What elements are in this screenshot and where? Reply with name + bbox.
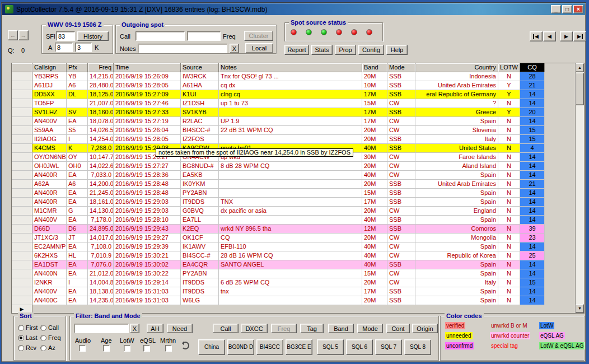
minimize-button[interactable]: _: [551, 5, 561, 13]
vertical-scrollbar[interactable]: ▲ ▼: [575, 63, 584, 313]
row-selector[interactable]: [12, 171, 32, 180]
row-selector[interactable]: [12, 207, 32, 216]
table-row[interactable]: S59AAS514,026.52016/9/19 15:26:04BI4SCC-…: [12, 126, 584, 135]
row-selector[interactable]: [12, 180, 32, 189]
table-row[interactable]: AN400NEA21,012.02016/9/19 15:30:22PY2ABN…: [12, 269, 584, 278]
table-row[interactable]: EC2AMN/PEA7,108.02016/9/19 15:29:39IK1AW…: [12, 242, 584, 251]
row-selector[interactable]: [12, 108, 32, 117]
filter-preset-sql-6[interactable]: SQL 6: [346, 339, 373, 355]
filter-preset-bi4scc[interactable]: BI4SCC: [256, 339, 283, 355]
col-header-freq[interactable]: Freq: [88, 63, 114, 72]
col-header-notes[interactable]: Notes: [219, 63, 362, 72]
titlebar[interactable]: SpotCollector 7.5.4 @ 2016-09-19 15:31 Z…: [2, 3, 585, 15]
filter-button-mode[interactable]: Mode: [357, 324, 383, 333]
row-selector[interactable]: [12, 99, 32, 108]
col-header-band[interactable]: Band: [362, 63, 387, 72]
row-selector[interactable]: [12, 162, 32, 171]
filter-preset-sql-8[interactable]: SQL 8: [404, 339, 431, 355]
table-row[interactable]: JT1XC/3JT14,017.02016/9/19 15:29:27OK1CF…: [12, 234, 584, 242]
filter-input[interactable]: [74, 324, 129, 333]
col-header-lotw[interactable]: LOTW: [498, 63, 520, 72]
filter-preset-sql-7[interactable]: SQL 7: [375, 339, 402, 355]
row-selector[interactable]: [12, 72, 32, 81]
forward-button[interactable]: →: [18, 30, 29, 40]
filter-button-cont[interactable]: Cont: [386, 324, 410, 333]
row-selector[interactable]: [12, 126, 32, 135]
table-row[interactable]: DD5XXDL18,125.02016/9/19 15:27:09K1UIcln…: [12, 90, 584, 99]
history-button[interactable]: History: [77, 31, 109, 41]
row-selector[interactable]: [12, 260, 32, 269]
row-selector[interactable]: [12, 117, 32, 126]
row-selector[interactable]: [12, 278, 32, 287]
table-row[interactable]: YB3RPSYB14,215.02016/9/19 15:26:09IW3RCK…: [12, 72, 584, 81]
cluster-button[interactable]: Cluster: [244, 31, 273, 41]
table-row[interactable]: EA1DSTEA7,076.02016/9/19 15:30:02EA4CQRS…: [12, 260, 584, 269]
table-row[interactable]: D66DD624,895.02016/9/19 15:29:43K2EQwrkd…: [12, 225, 584, 234]
filter-preset-sql-5[interactable]: SQL 5: [317, 339, 344, 355]
filter-preset-bg0nd-d[interactable]: BG0ND D: [227, 339, 254, 355]
nav-first-button[interactable]: ◀: [530, 31, 543, 41]
config-button[interactable]: Config: [358, 45, 384, 55]
close-button[interactable]: ×: [573, 5, 583, 13]
filter-button-need[interactable]: Need: [167, 324, 193, 333]
k-index-field[interactable]: [75, 43, 92, 52]
filter-button-dxcc[interactable]: DXCC: [241, 324, 268, 333]
col-header-cq[interactable]: CQ: [520, 63, 545, 72]
table-row[interactable]: AN400REA7,033.02016/9/19 15:28:36EA5KB40…: [12, 171, 584, 180]
table-row[interactable]: II2IAOGI14,254.02016/9/19 15:28:05IZ2FOS…: [12, 135, 584, 144]
row-selector[interactable]: [12, 153, 32, 162]
col-header-mode[interactable]: Mode: [387, 63, 415, 72]
notes-input[interactable]: [138, 44, 227, 53]
table-row[interactable]: OH0JWLOH014,022.62016/9/19 15:27:27BG8NU…: [12, 162, 584, 171]
row-selector[interactable]: [12, 189, 32, 198]
help-button[interactable]: Help: [386, 45, 408, 55]
row-selector[interactable]: [12, 81, 32, 90]
col-header-source[interactable]: Source: [181, 63, 219, 72]
local-button[interactable]: Local: [245, 43, 273, 53]
row-selector[interactable]: [12, 234, 32, 242]
filter-button-tag[interactable]: Tag: [300, 324, 324, 333]
report-button[interactable]: Report: [284, 45, 309, 55]
table-row[interactable]: AN400REA21,245.02016/9/19 15:28:48PY2ABN…: [12, 189, 584, 198]
table-row[interactable]: 6K2HXSHL7,010.92016/9/19 15:30:21BI4SCC-…: [12, 251, 584, 260]
table-row[interactable]: AN400VEA18,078.02016/9/19 15:27:19R2LACU…: [12, 117, 584, 126]
filter-button-call[interactable]: Call: [213, 324, 239, 333]
table-row[interactable]: A62AA614,200.02016/9/19 15:28:48IK0YKM20…: [12, 180, 584, 189]
filter-preset-china[interactable]: China: [198, 339, 225, 355]
col-header-callsign[interactable]: Callsign: [32, 63, 67, 72]
row-selector[interactable]: [12, 144, 32, 153]
scroll-up-button[interactable]: ▲: [576, 63, 584, 72]
row-selector[interactable]: [12, 198, 32, 207]
stats-button[interactable]: Stats: [311, 45, 333, 55]
filter-button-freq[interactable]: Freq: [271, 324, 297, 333]
row-selector[interactable]: [12, 269, 32, 278]
col-header-time[interactable]: Time: [114, 63, 181, 72]
row-selector[interactable]: [12, 296, 32, 305]
row-selector[interactable]: [12, 216, 32, 225]
call-input[interactable]: [135, 31, 185, 41]
table-row[interactable]: I2NKRI14,004.82016/9/19 15:29:14IT9DDS6 …: [12, 278, 584, 287]
scrollbar-thumb[interactable]: [576, 73, 584, 105]
maximize-button[interactable]: □: [562, 5, 572, 13]
back-button[interactable]: ←: [8, 30, 18, 40]
table-row[interactable]: AN400REA18,161.02016/9/19 15:29:03IT9DDS…: [12, 198, 584, 207]
col-header-pfx[interactable]: Pfx: [67, 63, 88, 72]
filter-button-band[interactable]: Band: [328, 324, 354, 333]
sfi-field[interactable]: [56, 31, 75, 41]
table-row[interactable]: AN400VEA18,138.02016/9/19 15:31:03IT9DDS…: [12, 287, 584, 296]
table-row[interactable]: A61DJA628,480.02016/9/19 15:28:05A61HAcq…: [12, 81, 584, 90]
freq-input[interactable]: [187, 31, 221, 41]
filter-clear-button[interactable]: X: [130, 324, 139, 333]
table-row[interactable]: TO5FP21,007.02016/9/19 15:27:46IZ1DSHup …: [12, 99, 584, 108]
table-row[interactable]: AN400CEA14,235.02016/9/19 15:31:03W6LG20…: [12, 296, 584, 305]
nav-next-button[interactable]: ▶: [560, 31, 573, 41]
table-row[interactable]: SV1LHZSV18,160.02016/9/19 15:27:33SV1KYB…: [12, 108, 584, 117]
nav-prev-button[interactable]: ◀: [543, 31, 556, 41]
nav-last-button[interactable]: ▶: [573, 31, 586, 41]
prop-button[interactable]: Prop: [335, 45, 356, 55]
row-selector[interactable]: [12, 90, 32, 99]
table-row[interactable]: M1CMRG14,130.02016/9/19 15:29:03G0BVQdx …: [12, 207, 584, 216]
spot-table[interactable]: CallsignPfxFreqTimeSourceNotesBandModeCo…: [11, 63, 585, 314]
row-selector[interactable]: [12, 242, 32, 251]
table-row[interactable]: AN400VEA7,178.02016/9/19 15:28:10EA7LL40…: [12, 216, 584, 225]
